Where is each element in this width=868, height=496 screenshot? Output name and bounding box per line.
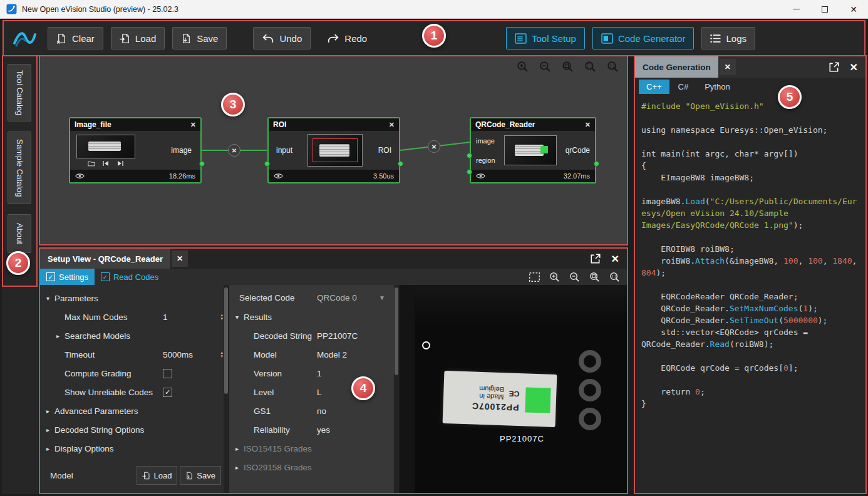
close-button[interactable]: [839, 0, 868, 18]
output-port[interactable]: [594, 161, 599, 167]
output-port[interactable]: [199, 161, 205, 167]
tree-row[interactable]: ModelModel 2: [229, 345, 399, 364]
zoom-out-icon[interactable]: [569, 271, 581, 283]
spinner-control[interactable]: ▴▾: [220, 351, 223, 358]
visibility-eye-icon[interactable]: [476, 173, 485, 179]
node-image-file[interactable]: Image_file image 18.26ms: [69, 117, 202, 183]
tree-row[interactable]: Compute Grading: [40, 364, 229, 383]
close-panel-icon[interactable]: [611, 253, 619, 265]
read-codes-tab[interactable]: Read Codes: [95, 269, 165, 285]
zoom-one-to-one-icon[interactable]: 1:1: [609, 271, 621, 283]
expand-arrow-icon[interactable]: ▸: [46, 408, 54, 415]
zoom-fit-icon[interactable]: [589, 271, 601, 283]
checkbox[interactable]: [163, 369, 172, 378]
expand-arrow-icon[interactable]: ▸: [46, 426, 54, 433]
tree-row[interactable]: ▸Advanced Parameters: [40, 401, 229, 420]
popout-panel-icon[interactable]: [590, 253, 601, 264]
checkbox[interactable]: ✓: [163, 388, 172, 397]
dropdown-arrow-icon[interactable]: ▼: [379, 294, 385, 301]
node-close-icon[interactable]: [585, 121, 591, 129]
expand-arrow-icon[interactable]: ▸: [235, 445, 244, 452]
sidebar-tab-sample-catalog[interactable]: Sample Catalog: [8, 132, 31, 204]
lang-tab-c[interactable]: C#: [671, 80, 696, 94]
setup-view-tab[interactable]: Setup View - QRCode_Reader: [40, 249, 170, 269]
collapse-arrow-icon[interactable]: ▾: [46, 295, 54, 302]
tree-row[interactable]: ▸Decoded String Options: [40, 420, 229, 439]
undo-button[interactable]: Undo: [253, 27, 311, 49]
input-port[interactable]: [467, 153, 472, 158]
code-generator-button[interactable]: Code Generator: [592, 27, 695, 49]
previous-image-icon[interactable]: [102, 160, 110, 167]
node-close-icon[interactable]: [389, 121, 395, 129]
zoom-selection-icon[interactable]: [584, 60, 597, 73]
spinner-control[interactable]: ▴▾: [220, 313, 223, 321]
node-canvas[interactable]: 1:1 Image_file: [39, 55, 628, 245]
input-port[interactable]: [467, 169, 472, 175]
node-close-icon[interactable]: [190, 121, 196, 129]
tree-row[interactable]: Version1: [229, 364, 399, 383]
lang-tab-python[interactable]: Python: [697, 80, 737, 94]
tree-row[interactable]: GS1no: [229, 401, 399, 420]
tree-row-value[interactable]: 5000ms: [163, 350, 193, 359]
load-button[interactable]: Load: [111, 27, 165, 49]
zoom-in-icon[interactable]: [549, 271, 561, 283]
tree-row-value[interactable]: 1: [163, 313, 168, 322]
results-scrollbar[interactable]: [394, 285, 399, 493]
collapse-arrow-icon[interactable]: ▾: [235, 314, 244, 321]
tree-row[interactable]: ▾Parameters: [40, 289, 229, 307]
expand-arrow-icon[interactable]: ▸: [235, 464, 244, 471]
settings-tab[interactable]: Settings: [40, 269, 95, 285]
result-image-preview[interactable]: PP21007C CE Made in Belgium PP21007C: [400, 285, 627, 493]
tree-row[interactable]: Timeout5000ms▴▾: [40, 345, 229, 364]
expand-arrow-icon[interactable]: ▸: [56, 333, 65, 339]
tree-row[interactable]: Show Unreliable Codes✓: [40, 383, 229, 401]
tree-row[interactable]: Reliabilityyes: [229, 420, 399, 439]
tree-row[interactable]: Decoded StringPP21007C: [229, 326, 399, 345]
sidebar-tab-tool-catalog[interactable]: Tool Catalog: [8, 64, 31, 121]
code-generation-tab-close-button[interactable]: [720, 59, 736, 75]
next-image-icon[interactable]: [116, 160, 124, 167]
parameters-scrollbar[interactable]: [224, 285, 229, 493]
logs-button[interactable]: Logs: [701, 27, 755, 49]
tree-row[interactable]: ▸ISO15415 Grades: [229, 439, 399, 458]
code-generation-tab[interactable]: Code Generation: [635, 56, 718, 78]
close-panel-icon[interactable]: [850, 61, 858, 73]
disconnect-wire-button[interactable]: [228, 144, 240, 157]
scrollbar-thumb[interactable]: [395, 287, 398, 375]
sidebar-tab-about[interactable]: About: [8, 214, 31, 253]
tree-row[interactable]: ▸Display Options: [40, 439, 229, 458]
lang-tab-c[interactable]: C++: [639, 80, 669, 94]
expand-arrow-icon[interactable]: ▸: [46, 445, 54, 452]
node-roi[interactable]: ROI input ROI 3.50us: [267, 117, 400, 183]
zoom-in-icon[interactable]: [516, 60, 529, 73]
setup-view-tab-close-button[interactable]: [172, 251, 188, 267]
tree-row[interactable]: Max Num Codes1▴▾: [40, 307, 229, 326]
tree-row[interactable]: ▸Searched Models: [40, 326, 229, 345]
select-region-icon[interactable]: [529, 271, 540, 283]
minimize-button[interactable]: [782, 0, 810, 18]
input-port[interactable]: [264, 161, 270, 167]
output-port[interactable]: [398, 161, 403, 167]
popout-panel-icon[interactable]: [829, 61, 840, 73]
read-codes-checkbox[interactable]: [101, 272, 110, 281]
scrollbar-thumb[interactable]: [224, 287, 228, 394]
tool-setup-button[interactable]: Tool Setup: [506, 27, 585, 49]
disconnect-wire-button[interactable]: [428, 140, 440, 153]
maximize-button[interactable]: [810, 0, 839, 18]
clear-button[interactable]: Clear: [48, 27, 103, 49]
node-qrcode-reader[interactable]: QRCode_Reader image region qrCode 32.07m…: [470, 117, 596, 183]
zoom-fit-icon[interactable]: [561, 60, 574, 73]
zoom-out-icon[interactable]: [539, 60, 552, 73]
tree-row[interactable]: ▸ISO29158 Grades: [229, 458, 399, 477]
tree-row[interactable]: ▾Results: [229, 307, 399, 326]
model-load-button[interactable]: Load: [137, 466, 177, 485]
visibility-eye-icon[interactable]: [274, 173, 283, 179]
settings-checkbox[interactable]: [46, 272, 55, 281]
save-button[interactable]: Save: [172, 27, 227, 49]
selected-code-row[interactable]: Selected Code QRCode 0 ▼: [229, 287, 399, 307]
zoom-one-to-one-icon[interactable]: 1:1: [606, 60, 619, 73]
visibility-eye-icon[interactable]: [75, 173, 85, 179]
redo-button[interactable]: Redo: [318, 27, 376, 49]
open-file-icon[interactable]: [88, 160, 95, 167]
model-save-button[interactable]: Save: [180, 466, 221, 485]
